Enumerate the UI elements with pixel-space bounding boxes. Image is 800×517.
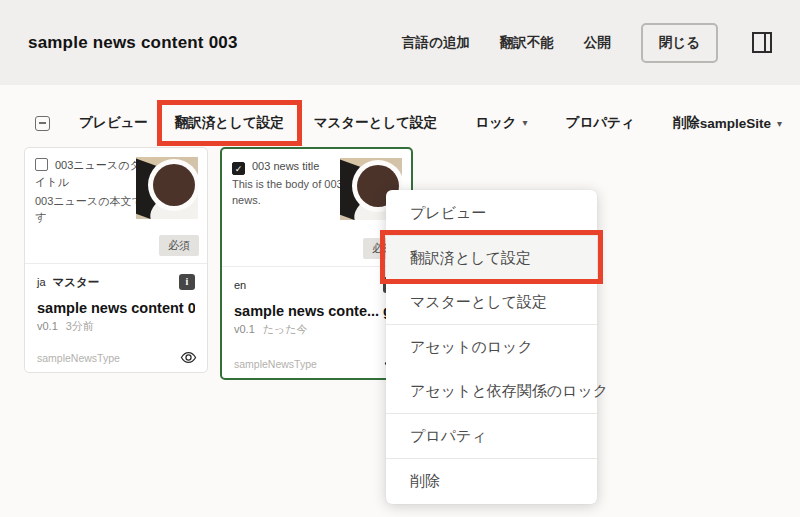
chevron-down-icon: ▾ (523, 117, 528, 128)
context-menu: プレビュー 翻訳済として設定 マスターとして設定 アセットのロック アセットと依… (386, 190, 597, 504)
menu-item-preview[interactable]: プレビュー (386, 191, 597, 235)
asset-card-en-selected[interactable]: ✓003 news title This is the body of 003 … (220, 147, 413, 380)
publish-button[interactable]: 公開 (584, 34, 611, 52)
deselect-all-checkbox[interactable] (35, 116, 50, 131)
side-panel-icon[interactable] (752, 32, 772, 53)
add-language-button[interactable]: 言語の追加 (402, 34, 470, 52)
master-tag: マスター (53, 275, 100, 290)
card-version-row: v0.1たった今 (234, 322, 399, 337)
card-type-row: sampleNewsType (234, 357, 401, 370)
card-asset-name: sample news content 003 (37, 300, 195, 316)
menu-item-lock-asset[interactable]: アセットのロック (386, 325, 597, 369)
menu-item-properties[interactable]: プロパティ (386, 414, 597, 458)
untranslatable-button[interactable]: 翻訳不能 (500, 34, 554, 52)
card-footer: en i sample news conte... glish v0.1たった今… (222, 266, 411, 378)
card-title-field: ✓003 news title (232, 158, 356, 175)
toolbar-set-master-button[interactable]: マスターとして設定 (314, 114, 437, 132)
time-ago-label: 3分前 (66, 320, 94, 332)
toolbar-lock-label: ロック (475, 115, 516, 130)
site-selector-label: sampleSite (700, 116, 771, 131)
menu-item-set-master[interactable]: マスターとして設定 (386, 280, 597, 324)
close-button[interactable]: 閉じる (641, 23, 718, 63)
version-label: v0.1 (37, 320, 58, 332)
preview-eye-icon[interactable] (180, 351, 197, 364)
menu-item-lock-asset-dependencies[interactable]: アセットと依存関係のロック (386, 369, 597, 413)
menu-item-set-translated[interactable]: 翻訳済として設定 (386, 236, 597, 280)
coffee-photo-thumbnail (136, 157, 198, 219)
language-code: ja (37, 276, 46, 288)
version-label: v0.1 (234, 323, 255, 335)
card-title-field: 003ニュースのタイトル (35, 157, 149, 190)
card-preview-area: ✓003 news title This is the body of 003 … (222, 149, 411, 266)
language-code: en (234, 279, 246, 291)
card-version-row: v0.13分前 (37, 319, 195, 334)
toolbar-delete-button[interactable]: 削除 (673, 114, 700, 132)
top-header: sample news content 003 言語の追加 翻訳不能 公開 閉じ… (0, 0, 800, 85)
toolbar-properties-button[interactable]: プロパティ (566, 114, 635, 132)
page-title: sample news content 003 (28, 33, 238, 53)
card-title-label: 003ニュースのタイトル (35, 159, 141, 188)
photo-coffee (153, 164, 195, 206)
toolbar-preview-button[interactable]: プレビュー (79, 114, 148, 132)
content-type-label: sampleNewsType (234, 358, 317, 370)
time-ago-label: たった今 (263, 323, 308, 335)
asset-card-ja[interactable]: 003ニュースのタイトル 003ニュースの本文です 必須 ja マスター i s… (24, 147, 208, 373)
card-language-row: ja マスター i (37, 274, 195, 290)
content-type-label: sampleNewsType (37, 352, 120, 364)
card-asset-name: sample news conte... glish (234, 303, 399, 319)
header-actions: 言語の追加 翻訳不能 公開 閉じる (402, 23, 772, 63)
toolbar-lock-dropdown[interactable]: ロック▾ (475, 114, 527, 132)
chevron-down-icon: ▾ (777, 118, 782, 129)
action-toolbar: プレビュー 翻訳済として設定 マスターとして設定 ロック▾ プロパティ 削除 s… (24, 99, 772, 147)
card-language-row: en i (234, 277, 399, 293)
card-title-label: 003 news title (252, 160, 319, 172)
card-checkbox[interactable] (35, 158, 48, 171)
card-body-text: 003ニュースの本文です (35, 194, 149, 226)
card-type-row: sampleNewsType (37, 351, 197, 364)
card-checkbox-checked[interactable]: ✓ (232, 162, 245, 175)
card-footer: ja マスター i sample news content 003 v0.13分… (25, 263, 207, 372)
menu-item-delete[interactable]: 削除 (386, 459, 597, 503)
toolbar-set-translated-button[interactable]: 翻訳済として設定 (157, 100, 302, 146)
site-selector-dropdown[interactable]: sampleSite▾ (700, 116, 782, 131)
required-badge: 必須 (159, 235, 199, 256)
card-preview-area: 003ニュースのタイトル 003ニュースの本文です 必須 (25, 148, 207, 263)
info-icon[interactable]: i (179, 274, 195, 290)
